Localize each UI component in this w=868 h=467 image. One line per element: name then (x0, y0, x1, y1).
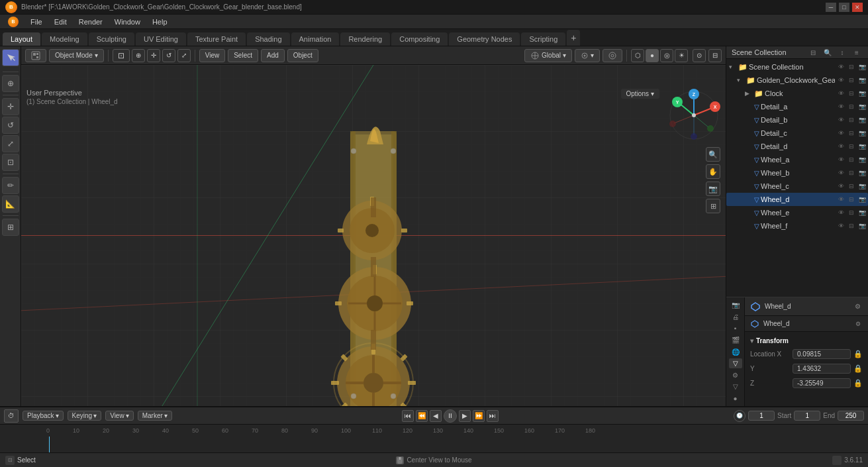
play-back-btn[interactable]: ◀ (430, 410, 442, 422)
solid-btn[interactable]: ● (646, 49, 659, 62)
location-y-input[interactable]: 1.43632 (793, 364, 851, 374)
rendered-btn[interactable]: ☀ (675, 49, 688, 62)
step-back-btn[interactable]: ⏪ (416, 410, 428, 422)
tab-scripting[interactable]: Scripting (521, 32, 565, 46)
snap-btn[interactable]: ▾ (575, 49, 600, 62)
outliner-row-wheel-f[interactable]: ▶ ▽ Wheel_f 👁 ⊟ 📷 (726, 219, 868, 233)
location-x-lock[interactable]: 🔒 (853, 348, 863, 360)
tab-compositing[interactable]: Compositing (391, 32, 448, 46)
tab-add[interactable]: + (567, 30, 580, 46)
outliner-row-wheel-d[interactable]: ▶ ▽ Wheel_d 👁 ⊟ 📷 (726, 193, 868, 206)
outliner-row-wheel-c[interactable]: ▶ ▽ Wheel_c 👁 ⊟ 📷 (726, 180, 868, 193)
play-btn[interactable]: ▶ (459, 410, 471, 422)
scene-collection-row[interactable]: ▾ 📁 Scene Collection 👁 ⊟ 📷 (726, 60, 868, 74)
tab-shading[interactable]: Shading (247, 32, 289, 46)
keying-btn[interactable]: Keying ▾ (68, 411, 102, 421)
outliner-row-detail-a[interactable]: ▶ ▽ Detail_a 👁 ⊟ 📷 (726, 100, 868, 113)
zoom-in-btn[interactable]: 🔍 (706, 147, 720, 162)
view-tl-btn[interactable]: View ▾ (105, 411, 134, 421)
timeline-editor-type-btn[interactable]: ⏱ (4, 409, 19, 423)
move-header-btn[interactable]: ✛ (147, 49, 160, 62)
cursor-header-btn[interactable]: ⊕ (132, 49, 145, 62)
wireframe-btn[interactable]: ⬡ (631, 49, 644, 62)
menu-render[interactable]: Render (73, 17, 108, 27)
axis-gizmo[interactable]: X Y Z (667, 89, 720, 142)
menu-help[interactable]: Help (147, 17, 173, 27)
close-button[interactable]: ✕ (852, 3, 863, 12)
menu-edit[interactable]: Edit (49, 17, 72, 27)
playback-btn[interactable]: Playback ▾ (23, 411, 64, 421)
step-forward-btn[interactable]: ⏩ (473, 410, 485, 422)
transform-btn[interactable]: ⊡ (2, 154, 19, 171)
current-frame-field[interactable]: 1 (748, 411, 775, 421)
outliner-row-clock[interactable]: ▶ 📁 Clock 👁 ⊟ 📷 (726, 87, 868, 100)
rotate-header-btn[interactable]: ↺ (162, 49, 175, 62)
minimize-button[interactable]: ─ (826, 3, 836, 12)
end-frame-field[interactable]: 250 (838, 411, 864, 421)
object-menu-btn[interactable]: Object (287, 49, 318, 62)
menu-blender[interactable]: B (3, 15, 24, 28)
outliner-row-wheel-e[interactable]: ▶ ▽ Wheel_e 👁 ⊟ 📷 (726, 206, 868, 219)
tab-geometry-nodes[interactable]: Geometry Nodes (449, 32, 520, 46)
view-menu-btn[interactable]: View (199, 49, 226, 62)
grid-canvas[interactable]: User Perspective (1) Scene Collection | … (21, 65, 726, 406)
options-btn[interactable]: Options ▾ (621, 89, 659, 99)
tab-rendering[interactable]: Rendering (340, 32, 390, 46)
prop-tab-scene[interactable]: 🎬 (729, 335, 742, 346)
transform-orientation-btn[interactable]: Global ▾ (524, 49, 572, 62)
add-btn[interactable]: ⊞ (2, 219, 19, 236)
prop-tab-render[interactable]: 📷 (729, 300, 742, 311)
object-mode-btn[interactable]: Object Mode ▾ (49, 49, 104, 62)
cursor-btn[interactable]: ⊕ (2, 75, 19, 92)
select-tool-btn[interactable] (2, 49, 19, 66)
location-z-lock[interactable]: 🔒 (853, 377, 863, 389)
add-menu-btn[interactable]: Add (261, 49, 285, 62)
menu-file[interactable]: File (25, 17, 48, 27)
outliner-row-wheel-a[interactable]: ▶ ▽ Wheel_a 👁 ⊟ 📷 (726, 153, 868, 166)
start-frame-field[interactable]: 1 (794, 411, 820, 421)
data-settings-btn[interactable]: ⚙ (853, 319, 863, 329)
rotate-btn[interactable]: ↺ (2, 117, 19, 134)
prop-settings-btn[interactable]: ⚙ (852, 301, 863, 312)
outliner-row-wheel-b[interactable]: ▶ ▽ Wheel_b 👁 ⊟ 📷 (726, 166, 868, 180)
viewport-3d[interactable]: Object Mode ▾ ⊡ ⊕ ✛ ↺ ⤢ View Select Add … (21, 46, 726, 406)
select-menu-btn[interactable]: Select (228, 49, 258, 62)
xray-btn[interactable]: ⊟ (708, 49, 722, 62)
outliner-row-detail-c[interactable]: ▶ ▽ Detail_c 👁 ⊟ 📷 (726, 127, 868, 140)
select-icon-btn[interactable]: ⊡ (113, 49, 130, 62)
tab-modeling[interactable]: Modeling (42, 32, 87, 46)
tab-sculpting[interactable]: Sculpting (89, 32, 134, 46)
tab-animation[interactable]: Animation (291, 32, 340, 46)
maximize-button[interactable]: □ (839, 3, 849, 12)
tab-uv-editing[interactable]: UV Editing (136, 32, 186, 46)
editor-type-btn[interactable] (25, 49, 46, 62)
timeline-track[interactable]: 0 10 20 30 40 50 60 70 80 90 100 110 120… (0, 425, 868, 452)
location-y-lock[interactable]: 🔒 (853, 362, 863, 374)
prop-tab-view-layer[interactable]: ▪ (729, 323, 742, 334)
jump-end-btn[interactable]: ⏭ (487, 410, 499, 422)
frame-indicator-btn[interactable]: 🕐 (734, 410, 746, 422)
pan-btn[interactable]: ✋ (706, 164, 720, 179)
move-btn[interactable]: ✛ (2, 98, 19, 115)
proportional-edit-btn[interactable] (603, 49, 622, 62)
marker-btn[interactable]: Marker ▾ (138, 411, 172, 421)
overlay-btn[interactable]: ⊙ (693, 49, 706, 62)
menu-window[interactable]: Window (109, 17, 146, 27)
jump-start-btn[interactable]: ⏮ (402, 410, 414, 422)
prop-tab-object[interactable]: ▽ (729, 358, 742, 369)
material-btn[interactable]: ◎ (660, 49, 673, 62)
outliner-sort-btn[interactable]: ↕ (836, 46, 848, 58)
prop-tab-output[interactable]: 🖨 (729, 312, 742, 323)
location-x-input[interactable]: 0.09815 (793, 349, 851, 359)
outliner-row-detail-b[interactable]: ▶ ▽ Detail_b 👁 ⊟ 📷 (726, 113, 868, 127)
outliner-filter-btn[interactable]: ⊟ (807, 46, 819, 58)
outliner-row-detail-d[interactable]: ▶ ▽ Detail_d 👁 ⊟ 📷 (726, 140, 868, 153)
grid-btn[interactable]: ⊞ (706, 199, 720, 213)
scale-header-btn[interactable]: ⤢ (177, 49, 191, 62)
outliner-search-btn[interactable]: 🔍 (822, 46, 834, 58)
prop-tab-world[interactable]: 🌐 (729, 346, 742, 357)
annotate-btn[interactable]: ✏ (2, 177, 19, 194)
outliner-row-golden[interactable]: ▾ 📁 Golden_Clockwork_Gear 👁 ⊟ 📷 (726, 74, 868, 87)
tab-texture-paint[interactable]: Texture Paint (187, 32, 246, 46)
measure-btn[interactable]: 📐 (2, 195, 19, 213)
